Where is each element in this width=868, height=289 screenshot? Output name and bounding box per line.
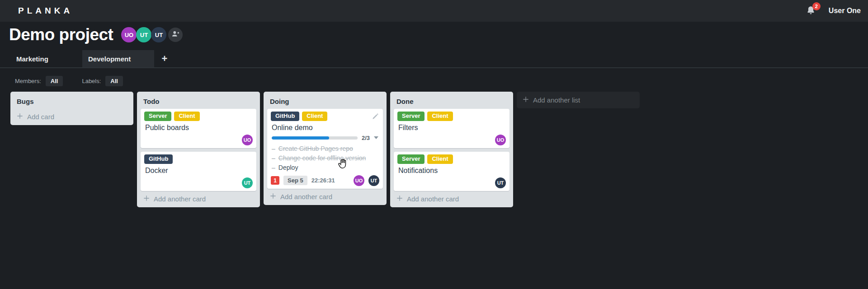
notifications-button[interactable]: 2 [805, 5, 817, 17]
task-item: – Create GitHub Pages repo [272, 144, 378, 153]
project-header: Demo project UO UT UT [9, 25, 183, 44]
notification-count-badge: 2 [812, 2, 821, 10]
list-title[interactable]: Done [396, 98, 414, 105]
list-header: Doing [264, 92, 387, 109]
card-notifications[interactable]: Server Client Notifications UT [394, 152, 509, 191]
list-title[interactable]: Bugs [17, 98, 34, 105]
add-board-button[interactable]: + [154, 50, 175, 67]
add-member-button[interactable] [168, 28, 183, 42]
add-list-label: Add another list [533, 96, 580, 104]
avatar: UO [495, 135, 506, 145]
task-progress: 2/3 [272, 135, 378, 141]
card-public-boards[interactable]: Server Client Public boards UO [141, 109, 256, 148]
card-labels: Server Client [144, 112, 253, 121]
card-members: UO [397, 135, 506, 145]
card-labels: GitHub [144, 154, 253, 164]
card-title: Filters [398, 124, 505, 132]
list-title[interactable]: Todo [143, 98, 160, 105]
progress-bar [272, 136, 358, 140]
task-list: – Create GitHub Pages repo – Change code… [272, 144, 378, 172]
list-header: Todo [137, 92, 260, 109]
list-header: Done [390, 92, 513, 109]
avatar[interactable]: UO [121, 27, 137, 42]
tabs-divider [0, 67, 868, 68]
label-server: Server [397, 112, 425, 121]
avatar: UT [242, 177, 253, 188]
task-bullet: – [272, 154, 275, 162]
appbar-right: 2 User One [805, 5, 861, 17]
filter-bar: Members: All Labels: All [15, 76, 123, 86]
list-title[interactable]: Doing [270, 98, 289, 105]
bell-icon [805, 10, 816, 18]
card-badges: 1 Sep 5 22:26:31 UO UT [271, 175, 379, 186]
card-title: Public boards [145, 124, 252, 132]
avatar: UT [368, 175, 379, 186]
add-list-button[interactable]: Add another list [517, 92, 640, 108]
add-card-label: Add another card [407, 195, 459, 203]
label-server: Server [144, 112, 171, 121]
plus-icon [270, 193, 276, 200]
label-client: Client [302, 112, 327, 121]
tab-marketing[interactable]: Marketing [10, 50, 82, 67]
avatar[interactable]: UT [136, 27, 151, 42]
edit-card-icon[interactable] [371, 112, 379, 121]
project-title[interactable]: Demo project [9, 25, 113, 44]
planka-logo[interactable]: PLANKA [18, 6, 73, 16]
card-notification-badge: 1 [271, 176, 279, 185]
cards-container: Server Client Filters UO Server Client N… [390, 109, 513, 191]
label-server: Server [397, 154, 425, 164]
cards-container: GitHub Client Online demo 2/3 – Create G… [264, 109, 387, 189]
task-item: – Change code for offline version [272, 154, 378, 162]
chevron-down-icon[interactable] [374, 136, 378, 139]
progress-count: 2/3 [362, 135, 370, 141]
avatar[interactable]: UT [151, 27, 166, 42]
card-members: UT [144, 177, 253, 188]
label-github: GitHub [271, 112, 299, 121]
card-docker[interactable]: GitHub Docker UT [141, 152, 256, 191]
avatar: UO [242, 135, 253, 145]
add-card-button[interactable]: Add another card [264, 189, 387, 202]
list-bugs: Bugs Add card [10, 92, 133, 125]
members-filter-value[interactable]: All [46, 76, 63, 86]
add-card-label: Add another card [280, 193, 332, 200]
add-card-button[interactable]: Add another card [390, 191, 513, 205]
timer-badge[interactable]: 22:26:31 [311, 177, 335, 184]
card-online-demo[interactable]: GitHub Client Online demo 2/3 – Create G… [267, 109, 383, 189]
label-client: Client [174, 112, 199, 121]
avatar: UO [354, 175, 364, 186]
cards-container: Server Client Public boards UO GitHub Do… [137, 109, 260, 191]
card-members: UO [144, 135, 253, 145]
avatar: UT [495, 177, 506, 188]
label-client: Client [427, 154, 453, 164]
card-title: Docker [145, 167, 252, 175]
list-doing: Doing GitHub Client Online demo 2/3 [264, 92, 387, 205]
board: Bugs Add card Todo Server Client Public … [10, 92, 513, 207]
card-labels: GitHub Client [271, 112, 379, 121]
card-filters[interactable]: Server Client Filters UO [394, 109, 509, 148]
members-filter-label: Members: [15, 78, 41, 84]
card-title: Notifications [398, 167, 505, 175]
user-menu[interactable]: User One [829, 7, 861, 15]
tab-development[interactable]: Development [82, 50, 154, 67]
list-todo: Todo Server Client Public boards UO GitH… [137, 92, 260, 207]
project-members: UO UT UT [121, 27, 183, 42]
add-card-label: Add card [27, 113, 54, 121]
label-github: GitHub [144, 154, 173, 164]
card-labels: Server Client [397, 154, 506, 164]
labels-filter-value[interactable]: All [105, 76, 123, 86]
label-client: Client [427, 112, 453, 121]
plus-icon [396, 195, 403, 203]
list-done: Done Server Client Filters UO Server Cli… [390, 92, 513, 207]
labels-filter-label: Labels: [82, 78, 101, 84]
plus-icon [143, 195, 150, 203]
due-date-badge[interactable]: Sep 5 [283, 176, 307, 185]
list-header: Bugs [10, 92, 133, 109]
add-card-button[interactable]: Add another card [137, 191, 260, 205]
plus-icon [17, 113, 23, 121]
progress-fill [272, 136, 329, 140]
card-labels: Server Client [397, 112, 506, 121]
plus-icon [523, 96, 529, 104]
add-card-button[interactable]: Add card [10, 109, 133, 122]
task-bullet: – [272, 144, 275, 153]
task-bullet: – [272, 163, 275, 172]
